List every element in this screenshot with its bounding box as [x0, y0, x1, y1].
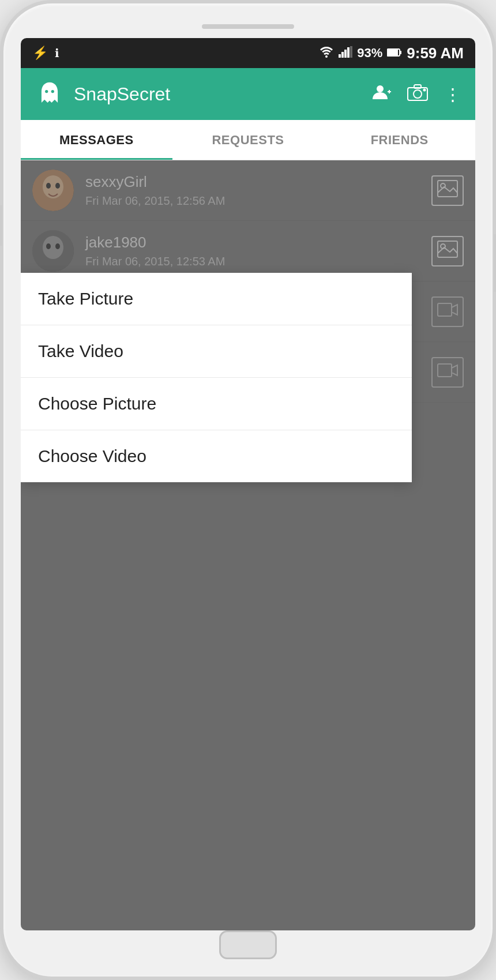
status-bar: ⚡ ℹ	[21, 38, 475, 68]
status-right-icons: 93% 9:59 AM	[319, 44, 464, 62]
choose-picture-option[interactable]: Choose Picture	[21, 378, 412, 430]
svg-point-9	[45, 90, 48, 93]
status-left-icons: ⚡ ℹ	[32, 46, 59, 61]
svg-point-15	[414, 90, 422, 98]
svg-rect-1	[339, 54, 341, 58]
svg-rect-4	[347, 47, 350, 58]
messages-list: sexxyGirl Fri Mar 06, 2015, 12:56 AM	[21, 160, 475, 930]
svg-rect-16	[414, 85, 421, 88]
phone-screen: ⚡ ℹ	[21, 38, 475, 930]
toolbar-icons: ⋮	[373, 83, 461, 106]
take-picture-option[interactable]: Take Picture	[21, 273, 412, 325]
svg-rect-8	[388, 50, 398, 55]
phone-speaker	[202, 24, 294, 29]
svg-rect-7	[400, 51, 401, 54]
signal-icon	[339, 46, 352, 61]
wifi-icon	[319, 46, 334, 61]
add-friend-icon[interactable]	[373, 83, 391, 106]
choose-video-option[interactable]: Choose Video	[21, 430, 412, 482]
take-video-option[interactable]: Take Video	[21, 325, 412, 378]
context-menu: Take Picture Take Video Choose Picture C…	[21, 273, 412, 482]
tab-friends[interactable]: FRIENDS	[324, 120, 475, 160]
svg-point-10	[51, 90, 54, 93]
phone-home-button[interactable]	[219, 930, 277, 959]
svg-rect-13	[389, 90, 390, 93]
app-logo	[35, 79, 65, 109]
tab-requests[interactable]: REQUESTS	[172, 120, 324, 160]
info-icon: ℹ	[55, 46, 59, 60]
app-toolbar: SnapSecret	[21, 68, 475, 120]
svg-rect-2	[341, 52, 344, 58]
status-time: 9:59 AM	[407, 44, 464, 62]
svg-point-11	[377, 85, 384, 92]
side-button-right	[494, 234, 496, 292]
battery-icon	[387, 47, 402, 60]
svg-rect-3	[344, 50, 347, 58]
svg-point-0	[325, 55, 328, 58]
side-button-left	[0, 205, 2, 246]
svg-point-17	[424, 89, 426, 91]
svg-rect-5	[350, 46, 352, 58]
tabs-bar: MESSAGES REQUESTS FRIENDS	[21, 120, 475, 160]
tab-messages[interactable]: MESSAGES	[21, 120, 172, 160]
app-title: SnapSecret	[74, 84, 373, 105]
usb-icon: ⚡	[32, 46, 48, 61]
camera-icon[interactable]	[407, 84, 428, 105]
menu-icon[interactable]: ⋮	[444, 84, 461, 104]
battery-percent: 93%	[357, 46, 382, 61]
phone-outer: ⚡ ℹ	[0, 0, 496, 980]
